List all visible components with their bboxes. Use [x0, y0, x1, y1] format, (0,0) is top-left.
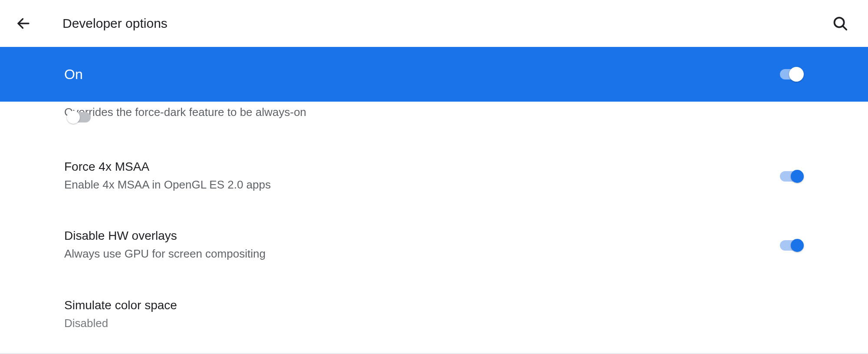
back-button[interactable] — [10, 10, 36, 36]
master-toggle-label: On — [64, 66, 777, 83]
back-arrow-icon — [16, 16, 31, 31]
setting-description: Always use GPU for screen compositing — [64, 246, 777, 261]
setting-row-simulate-color-space[interactable]: Simulate color space Disabled — [64, 280, 804, 331]
page-title: Developer options — [62, 16, 168, 31]
setting-title: Disable HW overlays — [64, 229, 777, 243]
settings-list: Overrides the force-dark feature to be a… — [0, 102, 868, 331]
setting-row-force-dark[interactable]: Overrides the force-dark feature to be a… — [64, 102, 804, 142]
setting-row-force-4x-msaa[interactable]: Force 4x MSAA Enable 4x MSAA in OpenGL E… — [64, 142, 804, 211]
setting-title: Simulate color space — [64, 298, 804, 312]
toggle-force-4x-msaa[interactable] — [777, 169, 804, 184]
master-toggle-banner[interactable]: On — [0, 47, 868, 102]
toggle-force-dark[interactable] — [67, 109, 94, 125]
svg-line-2 — [843, 26, 847, 30]
setting-title: Force 4x MSAA — [64, 160, 777, 174]
setting-description: Overrides the force-dark feature to be a… — [64, 104, 804, 120]
app-bar: Developer options — [0, 0, 868, 47]
toggle-disable-hw-overlays[interactable] — [777, 238, 804, 253]
setting-description: Disabled — [64, 316, 804, 331]
search-button[interactable] — [827, 10, 853, 36]
master-toggle[interactable] — [777, 66, 804, 82]
setting-row-disable-hw-overlays[interactable]: Disable HW overlays Always use GPU for s… — [64, 211, 804, 280]
setting-description: Enable 4x MSAA in OpenGL ES 2.0 apps — [64, 177, 777, 192]
search-icon — [832, 15, 848, 32]
